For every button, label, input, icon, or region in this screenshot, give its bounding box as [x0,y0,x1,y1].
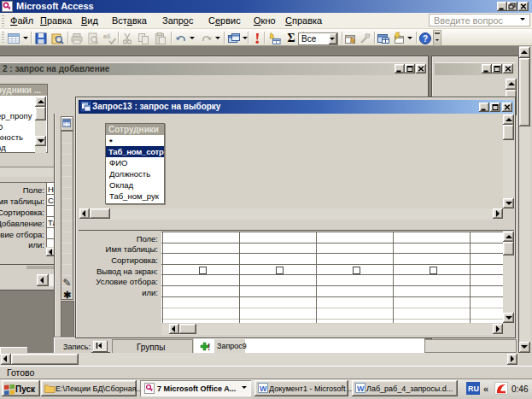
svg-text:W: W [357,384,365,393]
svg-text:?: ? [423,34,428,44]
svg-text:!: ! [208,343,210,352]
svg-text:W: W [260,384,267,393]
svg-text:аб: аб [103,33,111,39]
